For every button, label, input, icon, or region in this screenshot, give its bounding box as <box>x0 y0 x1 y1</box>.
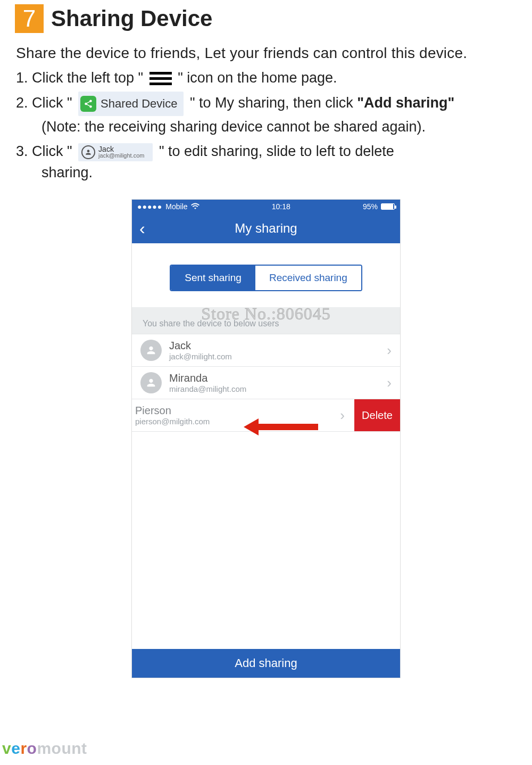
step-1-text-b: " icon on the home page. <box>178 70 337 86</box>
chevron-right-icon: › <box>387 375 392 391</box>
avatar-icon <box>140 340 162 361</box>
step-3-text-a: 3. Click " <box>16 143 76 159</box>
step-3-text-b: " to edit sharing, slide to left to dele… <box>159 143 394 159</box>
segmented-control: Sent sharing Received sharing <box>170 265 362 291</box>
step-2: 2. Click " Shared Device " to My sharing… <box>16 92 516 137</box>
user-email: jack@milight.com <box>169 352 387 361</box>
step-1: 1. Click the left top " " icon on the ho… <box>16 67 516 88</box>
signal-dots-icon: ●●●●● <box>137 202 162 211</box>
nav-bar: ‹ My sharing <box>132 213 400 243</box>
person-icon <box>81 145 95 159</box>
delete-button[interactable]: Delete <box>354 399 400 431</box>
status-time: 10:18 <box>272 202 290 211</box>
tab-sent-sharing[interactable]: Sent sharing <box>171 266 255 290</box>
share-icon <box>80 96 96 112</box>
battery-icon <box>381 203 395 210</box>
tab-received-sharing[interactable]: Received sharing <box>255 266 361 290</box>
status-bar: ●●●●● Mobile 10:18 95% <box>132 200 400 213</box>
user-row[interactable]: Jack jack@milight.com › <box>132 334 400 367</box>
user-row[interactable]: Miranda miranda@milight.com › <box>132 367 400 399</box>
shared-device-pill: Shared Device <box>78 92 184 116</box>
user-row-swiped[interactable]: Pierson pierson@milgith.com › Delete <box>132 399 400 432</box>
phone-screenshot: ●●●●● Mobile 10:18 95% ‹ My sharing Sent… <box>131 199 401 678</box>
list-section-header: Store No.:806045 You share the device to… <box>132 307 400 334</box>
chevron-right-icon: › <box>387 342 392 359</box>
step-2-text-b: " to My sharing, then click <box>190 95 353 111</box>
chevron-right-icon: › <box>340 407 345 424</box>
veromount-logo: veromount <box>2 739 87 758</box>
carrier-label: Mobile <box>165 202 187 211</box>
user-email: miranda@milight.com <box>169 384 387 393</box>
user-name: Jack <box>169 340 387 352</box>
swipe-left-arrow-icon <box>244 415 318 441</box>
step-1-text-a: 1. Click the left top " <box>16 70 147 86</box>
contact-pill-email: jack@milight.com <box>98 153 144 159</box>
contact-pill: Jack jack@milight.com <box>78 143 153 161</box>
step-3-text-c: sharing. <box>41 162 516 183</box>
list-section-text: You share the device to below users <box>143 319 279 328</box>
section-title: Sharing Device <box>51 6 212 31</box>
step-2-bold: "Add sharing" <box>357 95 454 111</box>
lead-text: Share the device to friends, Let your fr… <box>16 45 516 62</box>
nav-title: My sharing <box>132 221 400 236</box>
battery-percent: 95% <box>363 202 378 211</box>
user-name: Miranda <box>169 372 387 384</box>
section-number-badge: 7 <box>15 4 44 33</box>
step-2-text-a: 2. Click " <box>16 95 76 111</box>
step-2-note: (Note: the receiving sharing device cann… <box>41 116 516 137</box>
contact-pill-name: Jack <box>98 145 144 153</box>
step-3: 3. Click " Jack jack@milight.com " to ed… <box>16 141 516 183</box>
shared-device-label: Shared Device <box>101 93 177 114</box>
hamburger-icon <box>149 69 172 88</box>
avatar-icon <box>140 372 162 393</box>
wifi-icon <box>191 202 200 211</box>
add-sharing-button[interactable]: Add sharing <box>132 649 400 678</box>
